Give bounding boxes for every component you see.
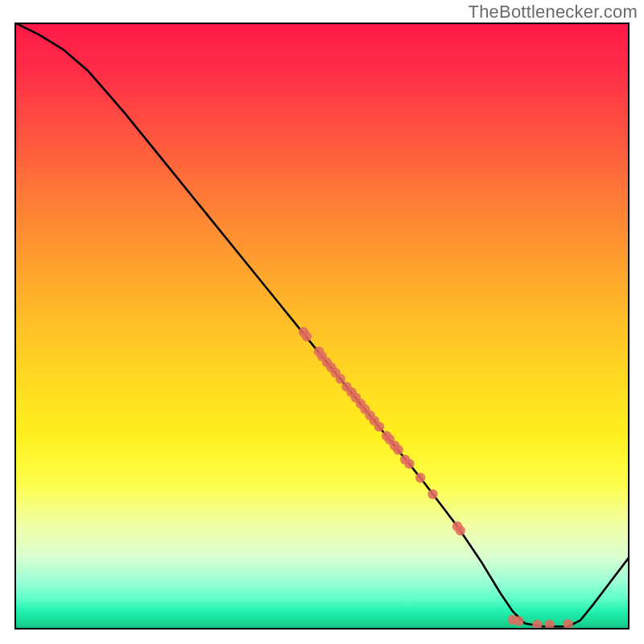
watermark: TheBottlenecker.com	[469, 2, 638, 23]
plot-area	[14, 23, 630, 630]
chart-background-gradient	[14, 23, 630, 630]
chart-container: TheBottlenecker.com	[0, 0, 644, 644]
